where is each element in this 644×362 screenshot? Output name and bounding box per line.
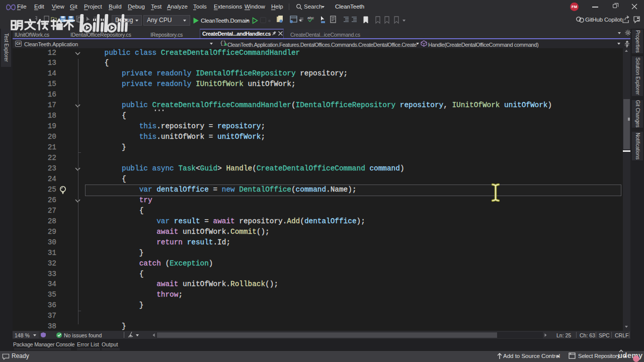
svg-text:abc: abc bbox=[307, 16, 314, 20]
